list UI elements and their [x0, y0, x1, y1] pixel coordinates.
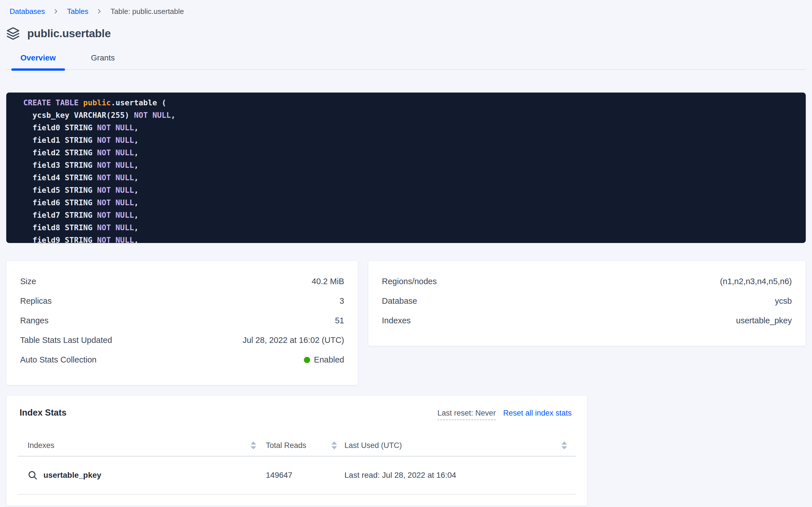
index-stats-header: Index Stats Last reset: Never Reset all …: [18, 408, 576, 420]
stat-value: 40.2 MiB: [312, 277, 344, 286]
index-table-row[interactable]: usertable_pkey 149647 Last read: Jul 28,…: [18, 456, 576, 495]
sort-arrows-icon[interactable]: [251, 441, 256, 449]
last-used-value: Last read: Jul 28, 2022 at 16:04: [345, 471, 456, 480]
stat-row-auto-stats: Auto Stats Collection Enabled: [20, 350, 344, 370]
stat-value: 3: [339, 296, 344, 306]
search-icon: [27, 470, 38, 480]
table-meta-card: Regions/nodes (n1,n2,n3,n4,n5,n6) Databa…: [368, 261, 806, 346]
index-name-cell: usertable_pkey: [18, 470, 264, 480]
breadcrumb-link-databases[interactable]: Databases: [10, 7, 45, 16]
reset-index-stats-link[interactable]: Reset all index stats: [503, 409, 572, 417]
stat-value: (n1,n2,n3,n4,n5,n6): [720, 277, 792, 286]
sort-arrows-icon[interactable]: [331, 441, 337, 449]
column-header-last-used[interactable]: Last Used (UTC): [345, 441, 576, 450]
table-details-page: Databases Tables Table: public.usertable…: [0, 0, 812, 506]
total-reads-value: 149647: [266, 471, 292, 480]
stat-row-replicas: Replicas 3: [20, 291, 344, 311]
breadcrumb: Databases Tables Table: public.usertable: [6, 5, 806, 18]
stat-row-ranges: Ranges 51: [20, 311, 344, 330]
status-text: Enabled: [314, 355, 344, 364]
status-enabled-dot: [304, 357, 310, 363]
index-stats-card: Index Stats Last reset: Never Reset all …: [6, 395, 587, 506]
chevron-right-icon: [96, 8, 103, 15]
sql-code: CREATE TABLE public.usertable ( ycsb_key…: [23, 97, 800, 243]
column-label: Last Used (UTC): [345, 441, 402, 450]
stat-label: Table Stats Last Updated: [20, 336, 112, 345]
tab-grants[interactable]: Grants: [82, 53, 124, 69]
column-label: Total Reads: [266, 441, 306, 450]
table-stats-card: Size 40.2 MiB Replicas 3 Ranges 51 Table…: [6, 261, 358, 385]
stat-label: Ranges: [20, 316, 49, 325]
page-title: public.usertable: [27, 27, 111, 40]
sort-arrows-icon[interactable]: [561, 441, 567, 449]
stats-cards-row: Size 40.2 MiB Replicas 3 Ranges 51 Table…: [6, 261, 806, 385]
index-stats-actions: Last reset: Never Reset all index stats: [437, 409, 572, 420]
create-statement-box: CREATE TABLE public.usertable ( ycsb_key…: [6, 93, 806, 243]
stat-row-regions: Regions/nodes (n1,n2,n3,n4,n5,n6): [382, 272, 792, 291]
index-stats-title: Index Stats: [19, 408, 66, 418]
stat-label: Auto Stats Collection: [20, 355, 97, 364]
index-table-header-row: Indexes Total Reads Last Used (UTC): [18, 435, 576, 456]
status-value: Enabled: [304, 355, 344, 364]
stat-row-database: Database ycsb: [382, 291, 792, 311]
total-reads-cell: 149647: [264, 471, 345, 480]
stat-label: Size: [20, 277, 36, 286]
column-header-indexes[interactable]: Indexes: [18, 441, 264, 450]
stat-label: Replicas: [20, 296, 52, 306]
stat-row-indexes: Indexes usertable_pkey: [382, 311, 792, 330]
column-label: Indexes: [27, 441, 55, 450]
breadcrumb-link-tables[interactable]: Tables: [67, 7, 88, 16]
stat-label: Indexes: [382, 316, 411, 325]
last-used-cell: Last read: Jul 28, 2022 at 16:04: [345, 471, 576, 480]
breadcrumb-current: Table: public.usertable: [110, 7, 184, 16]
stat-label: Database: [382, 296, 417, 306]
stat-value: 51: [335, 316, 344, 325]
stat-value: ycsb: [775, 296, 792, 306]
index-name-link[interactable]: usertable_pkey: [44, 471, 101, 480]
last-reset-label: Last reset: Never: [437, 409, 496, 420]
column-header-total-reads[interactable]: Total Reads: [264, 441, 345, 450]
page-title-row: public.usertable: [6, 27, 806, 40]
stat-value: usertable_pkey: [736, 316, 792, 325]
stat-value: Jul 28, 2022 at 16:02 (UTC): [243, 336, 344, 345]
index-stats-table: Indexes Total Reads Last Used (UTC): [18, 435, 576, 495]
stat-label: Regions/nodes: [382, 277, 437, 286]
tab-overview[interactable]: Overview: [11, 53, 65, 69]
chevron-right-icon: [52, 8, 60, 15]
tab-bar: Overview Grants: [6, 53, 806, 70]
stat-row-size: Size 40.2 MiB: [20, 272, 344, 291]
layers-icon: [6, 27, 20, 40]
stat-row-stats-updated: Table Stats Last Updated Jul 28, 2022 at…: [20, 330, 344, 350]
